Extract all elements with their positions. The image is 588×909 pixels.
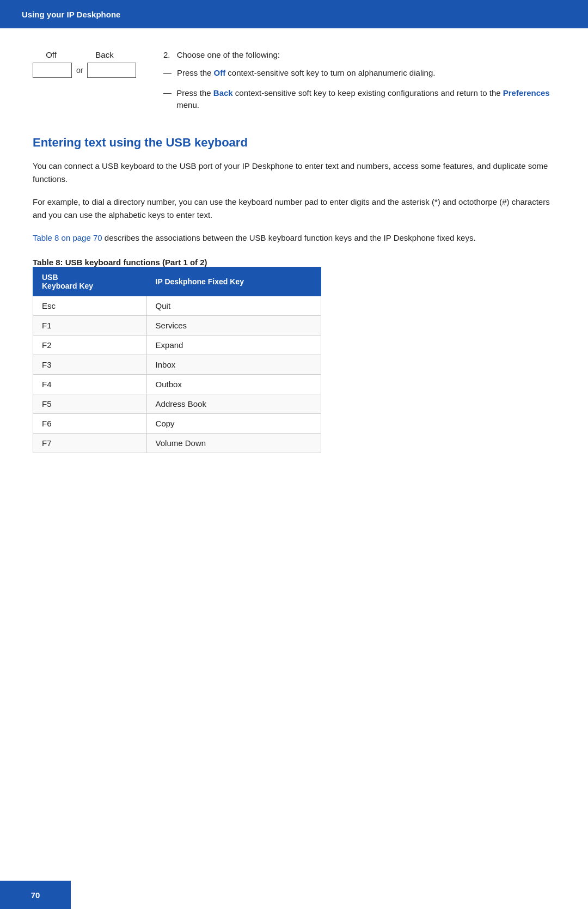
fixed-key-cell: Quit xyxy=(146,296,321,315)
usb-key-cell: F7 xyxy=(33,433,147,453)
header-bar: Using your IP Deskphone xyxy=(0,0,588,28)
table-row: F2Expand xyxy=(33,335,321,355)
table-caption: Table 8: USB keyboard functions (Part 1 … xyxy=(33,258,555,267)
usb-key-cell: F4 xyxy=(33,374,147,394)
usb-keyboard-table: USBKeyboard Key IP Deskphone Fixed Key E… xyxy=(33,267,321,453)
table-row: EscQuit xyxy=(33,296,321,315)
usb-key-cell: F5 xyxy=(33,394,147,413)
usb-key-cell: F1 xyxy=(33,315,147,335)
usb-para-2: For example, to dial a directory number,… xyxy=(33,196,555,222)
fixed-key-cell: Inbox xyxy=(146,355,321,374)
col-header-fixed-key: IP Deskphone Fixed Key xyxy=(146,267,321,296)
bullet-text-1: Press the Off context-sensitive soft key… xyxy=(177,67,435,80)
table-row: F6Copy xyxy=(33,413,321,433)
usb-key-cell: F2 xyxy=(33,335,147,355)
footer-bar: 70 xyxy=(0,881,71,909)
table-row: F7Volume Down xyxy=(33,433,321,453)
usb-key-cell: F6 xyxy=(33,413,147,433)
table-body: EscQuitF1ServicesF2ExpandF3InboxF4Outbox… xyxy=(33,296,321,453)
or-text: or xyxy=(76,66,83,75)
table-ref-para: Table 8 on page 70 describes the associa… xyxy=(33,231,555,245)
off-key-box xyxy=(33,63,72,78)
page-content: Off Back or 2. Choose one of the followi… xyxy=(0,28,588,497)
back-key-box xyxy=(87,63,136,78)
col-header-usb: USBKeyboard Key xyxy=(33,267,147,296)
fixed-key-cell: Outbox xyxy=(146,374,321,394)
table-row: F3Inbox xyxy=(33,355,321,374)
back-link[interactable]: Back xyxy=(213,88,233,97)
off-key-label: Off xyxy=(35,50,68,59)
usb-key-cell: Esc xyxy=(33,296,147,315)
bullet-1: — Press the Off context-sensitive soft k… xyxy=(163,67,555,80)
table-ref-suffix: describes the associations between the U… xyxy=(102,233,476,242)
key-boxes-row: or xyxy=(33,63,136,78)
back-key-label: Back xyxy=(83,50,126,59)
bullet-text-2: Press the Back context-sensitive soft ke… xyxy=(176,87,555,112)
usb-key-cell: F3 xyxy=(33,355,147,374)
table-row: F1Services xyxy=(33,315,321,335)
table-ref-link[interactable]: Table 8 on page 70 xyxy=(33,233,102,242)
fixed-key-cell: Expand xyxy=(146,335,321,355)
fixed-key-cell: Address Book xyxy=(146,394,321,413)
usb-section-heading: Entering text using the USB keyboard xyxy=(33,136,555,150)
bullet-2: — Press the Back context-sensitive soft … xyxy=(163,87,555,112)
table-header-row: USBKeyboard Key IP Deskphone Fixed Key xyxy=(33,267,321,296)
step-2-intro: 2. Choose one of the following: xyxy=(163,50,555,59)
step-2-content: 2. Choose one of the following: — Press … xyxy=(163,50,555,119)
header-title: Using your IP Deskphone xyxy=(22,10,120,19)
bullet-dash-1: — xyxy=(163,68,171,77)
step-2-number: 2. xyxy=(163,50,170,59)
bullet-dash-2: — xyxy=(163,88,171,97)
key-labels-row: Off Back xyxy=(33,50,126,59)
table-row: F5Address Book xyxy=(33,394,321,413)
step-2-block: Off Back or 2. Choose one of the followi… xyxy=(33,50,555,119)
off-link[interactable]: Off xyxy=(214,68,226,77)
usb-para-1: You can connect a USB keyboard to the US… xyxy=(33,160,555,186)
fixed-key-cell: Services xyxy=(146,315,321,335)
preferences-link[interactable]: Preferences xyxy=(503,88,550,97)
fixed-key-cell: Copy xyxy=(146,413,321,433)
page-number: 70 xyxy=(31,890,40,900)
table-row: F4Outbox xyxy=(33,374,321,394)
key-diagram: Off Back or xyxy=(33,50,152,78)
fixed-key-cell: Volume Down xyxy=(146,433,321,453)
